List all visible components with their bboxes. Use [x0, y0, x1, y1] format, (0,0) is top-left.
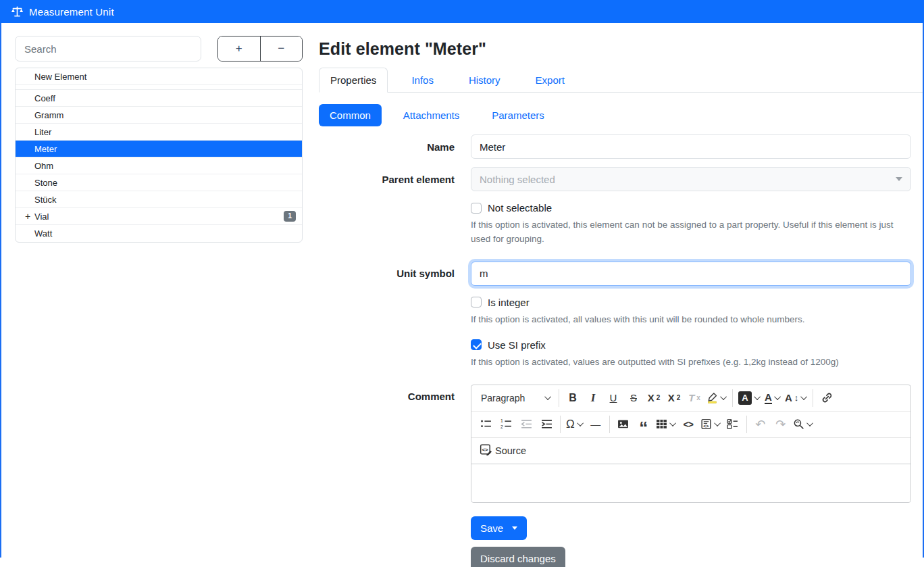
save-button[interactable]: Save: [471, 516, 527, 540]
subscript-button[interactable]: X2: [644, 388, 664, 408]
use-si-prefix-checkbox[interactable]: [471, 339, 482, 350]
subtab-parameters[interactable]: Parameters: [481, 104, 555, 126]
tab-properties[interactable]: Properties: [319, 68, 388, 93]
tree-item-meter-selected[interactable]: Meter: [16, 141, 302, 157]
name-input[interactable]: [471, 134, 911, 159]
tree-item-watt[interactable]: Watt: [16, 225, 302, 242]
is-integer-help: If this option is activated, all values …: [471, 313, 911, 327]
sub-tab-bar: Common Attachments Parameters: [319, 104, 923, 126]
not-selectable-label: Not selectable: [488, 202, 552, 214]
svg-text:<>: <>: [703, 424, 709, 428]
discard-changes-button[interactable]: Discard changes: [471, 547, 565, 567]
subtab-common[interactable]: Common: [319, 104, 382, 126]
use-si-prefix-label: Use SI prefix: [488, 339, 546, 351]
element-tree: New Element Coeff Gramm Liter Meter Ohm …: [15, 68, 303, 243]
source-button[interactable]: <> Source: [476, 441, 530, 461]
tab-history[interactable]: History: [457, 68, 512, 93]
save-dropdown-caret-icon[interactable]: [512, 526, 517, 530]
outdent-icon: [521, 418, 532, 430]
tree-item-coeff[interactable]: Coeff: [16, 90, 302, 107]
collapse-all-button[interactable]: −: [261, 36, 303, 61]
strikethrough-button[interactable]: S: [623, 388, 644, 408]
heading-dropdown[interactable]: Paragraph: [476, 388, 555, 408]
superscript-button[interactable]: X2: [664, 388, 684, 408]
remove-format-button[interactable]: Tx: [684, 388, 704, 408]
tab-infos[interactable]: Infos: [400, 68, 445, 93]
horizontal-line-button[interactable]: —: [586, 414, 606, 435]
balance-scale-icon: [11, 6, 24, 18]
top-navbar: Measurement Unit: [0, 0, 924, 23]
link-icon: [821, 392, 833, 403]
expand-icon[interactable]: +: [23, 211, 32, 222]
insert-image-button[interactable]: [613, 414, 634, 435]
tab-bar: Properties Infos History Export: [319, 68, 923, 93]
is-integer-label: Is integer: [488, 297, 530, 308]
tab-export[interactable]: Export: [524, 68, 576, 93]
tree-item-vial[interactable]: + Vial 1: [16, 208, 302, 225]
chevron-down-icon: [714, 420, 721, 426]
font-color-button[interactable]: A: [763, 388, 783, 408]
not-selectable-checkbox[interactable]: [471, 203, 482, 214]
italic-button[interactable]: I: [583, 388, 603, 408]
chevron-down-icon: [544, 393, 551, 400]
parent-element-select[interactable]: Nothing selected: [471, 167, 911, 191]
tree-item-stueck[interactable]: Stück: [16, 191, 302, 208]
table-icon: [656, 418, 667, 430]
subtab-attachments[interactable]: Attachments: [392, 104, 470, 126]
inline-code-button[interactable]: <>: [678, 414, 698, 435]
tree-item-liter[interactable]: Liter: [16, 124, 302, 141]
find-replace-icon: [793, 418, 804, 430]
link-button[interactable]: [817, 388, 837, 408]
child-count-badge: 1: [284, 211, 296, 222]
special-characters-button[interactable]: Ω: [564, 414, 586, 435]
svg-text:<>: <>: [482, 447, 488, 453]
chevron-down-icon: [896, 177, 902, 181]
highlight-button[interactable]: [704, 388, 729, 408]
bulleted-list-button[interactable]: [476, 414, 496, 435]
unit-symbol-input[interactable]: [471, 262, 911, 286]
comment-label: Comment: [319, 385, 455, 402]
comment-content-area[interactable]: [471, 464, 910, 502]
not-selectable-help: If this option is activated, this elemen…: [471, 218, 911, 247]
blockquote-button[interactable]: “: [634, 414, 654, 435]
image-icon: [617, 418, 629, 430]
is-integer-checkbox[interactable]: [471, 297, 482, 307]
svg-text:1: 1: [500, 419, 503, 424]
edit-form: Name Parent element Nothing selected Not…: [319, 134, 923, 567]
use-si-prefix-help: If this option is activated, values are …: [471, 355, 911, 370]
tree-toolbar: + −: [217, 36, 303, 61]
tree-item-gramm[interactable]: Gramm: [16, 107, 302, 124]
tree-item-new-element[interactable]: New Element: [16, 68, 302, 85]
tree-separator: [16, 85, 302, 90]
numbered-list-button[interactable]: 1 2: [496, 414, 516, 435]
highlight-pen-icon: [707, 392, 718, 403]
insert-table-button[interactable]: [654, 414, 678, 435]
tree-item-stone[interactable]: Stone: [16, 174, 302, 191]
numbered-list-icon: 1 2: [500, 418, 512, 430]
underline-button[interactable]: U: [603, 388, 623, 408]
outdent-button[interactable]: [516, 414, 536, 435]
redo-button[interactable]: ↷: [771, 414, 791, 435]
font-background-button[interactable]: A: [736, 388, 763, 408]
undo-button[interactable]: ↶: [750, 414, 771, 435]
indent-icon: [541, 418, 553, 430]
chevron-down-icon: [669, 420, 676, 426]
code-block-button[interactable]: <>: [698, 414, 723, 435]
chevron-down-icon: [800, 393, 807, 400]
code-block-icon: <>: [700, 418, 712, 430]
tree-item-ohm[interactable]: Ohm: [16, 157, 302, 174]
name-label: Name: [319, 141, 455, 153]
editor-toolbar-row-2: 1 2: [471, 412, 910, 438]
font-size-button[interactable]: A↕: [783, 388, 809, 408]
parent-element-label: Parent element: [319, 174, 455, 185]
chevron-down-icon: [720, 393, 727, 400]
find-replace-button[interactable]: [791, 414, 815, 435]
page-title: Edit element "Meter": [319, 39, 923, 59]
search-input[interactable]: [15, 36, 201, 61]
app-title: Measurement Unit: [29, 6, 114, 18]
expand-all-button[interactable]: +: [218, 36, 261, 61]
todo-list-button[interactable]: [723, 414, 743, 435]
bold-button[interactable]: B: [563, 388, 583, 408]
chevron-down-icon: [806, 420, 813, 426]
indent-button[interactable]: [536, 414, 557, 435]
